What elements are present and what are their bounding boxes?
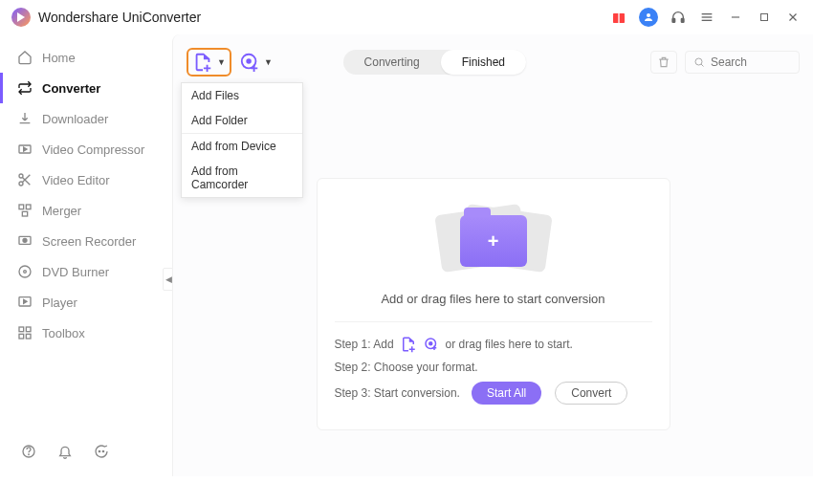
svg-point-33 <box>29 454 30 455</box>
compressor-icon <box>17 142 33 157</box>
svg-point-34 <box>99 450 99 451</box>
sidebar-item-label: Player <box>42 296 77 310</box>
sidebar-item-label: Screen Recorder <box>42 234 136 249</box>
svg-point-35 <box>102 450 103 451</box>
disc-icon <box>17 264 33 279</box>
maximize-button[interactable] <box>756 9 773 26</box>
sidebar-item-label: Toolbox <box>42 326 85 340</box>
svg-point-15 <box>19 174 23 178</box>
minimize-button[interactable] <box>727 9 744 26</box>
sidebar-item-recorder[interactable]: Screen Recorder <box>0 226 172 256</box>
converter-icon <box>17 80 33 96</box>
dropzone[interactable]: + Add or drag files here to start conver… <box>317 178 670 430</box>
content-area: ▼ ▼ Add Files Add Folder Add from Device… <box>172 34 813 476</box>
sidebar-item-label: Downloader <box>42 112 108 126</box>
sidebar-item-player[interactable]: Player <box>0 287 172 318</box>
tab-finished[interactable]: Finished <box>441 50 526 75</box>
step3-text: Step 3: Start conversion. <box>335 386 460 400</box>
svg-marker-27 <box>24 299 27 303</box>
sidebar-item-label: Converter <box>42 81 100 96</box>
download-icon <box>17 111 33 126</box>
sidebar-item-editor[interactable]: Video Editor <box>0 164 172 195</box>
svg-rect-31 <box>26 334 31 339</box>
user-avatar[interactable] <box>639 8 658 27</box>
menu-add-from-camcorder[interactable]: Add from Camcorder <box>182 159 302 197</box>
svg-point-25 <box>24 271 27 274</box>
sidebar-item-compressor[interactable]: Video Compressor <box>0 134 172 164</box>
segment-control: Converting Finished <box>343 50 526 75</box>
svg-point-24 <box>19 266 31 277</box>
menu-add-files[interactable]: Add Files <box>182 83 302 108</box>
menu-add-from-device[interactable]: Add from Device <box>182 133 302 159</box>
svg-point-38 <box>695 58 702 65</box>
titlebar: Wondershare UniConverter <box>0 0 813 34</box>
svg-rect-2 <box>618 13 619 23</box>
svg-rect-28 <box>19 327 24 332</box>
sidebar-item-label: Video Editor <box>42 173 110 187</box>
svg-rect-30 <box>19 334 24 339</box>
gift-icon[interactable] <box>610 9 627 26</box>
search-box[interactable] <box>685 51 800 74</box>
add-disc-icon <box>423 336 440 353</box>
chevron-down-icon: ▼ <box>217 57 226 67</box>
chevron-down-icon: ▼ <box>264 57 273 67</box>
folder-icon: + <box>460 215 527 267</box>
search-input[interactable] <box>711 55 787 69</box>
svg-point-41 <box>428 342 431 345</box>
svg-line-39 <box>701 64 704 67</box>
step2-text: Step 2: Choose your format. <box>335 361 478 374</box>
svg-rect-5 <box>681 18 684 22</box>
svg-marker-14 <box>24 147 27 151</box>
step1-suffix: or drag files here to start. <box>446 338 573 351</box>
svg-rect-20 <box>26 205 31 209</box>
sidebar-item-downloader[interactable]: Downloader <box>0 103 172 134</box>
convert-button[interactable]: Convert <box>555 382 627 405</box>
close-button[interactable] <box>784 9 802 26</box>
delete-button[interactable] <box>650 51 677 74</box>
help-icon[interactable] <box>21 444 36 463</box>
add-dvd-dropdown-button[interactable]: ▼ <box>239 52 273 73</box>
search-icon <box>693 56 705 68</box>
add-disc-icon <box>239 52 260 73</box>
svg-rect-10 <box>761 14 768 21</box>
add-dropdown-menu: Add Files Add Folder Add from Device Add… <box>181 82 303 198</box>
add-file-dropdown-button[interactable]: ▼ <box>187 48 231 77</box>
step1-prefix: Step 1: Add <box>335 338 394 351</box>
bell-icon[interactable] <box>57 444 73 463</box>
sidebar-item-dvd[interactable]: DVD Burner <box>0 256 172 287</box>
sidebar-item-label: DVD Burner <box>42 265 109 279</box>
steps: Step 1: Add or drag files here to start.… <box>335 336 652 405</box>
headset-icon[interactable] <box>670 9 687 26</box>
svg-point-3 <box>647 13 650 17</box>
feedback-icon[interactable] <box>94 444 109 463</box>
dropzone-illustration: + <box>335 202 652 278</box>
svg-point-16 <box>19 182 23 186</box>
start-all-button[interactable]: Start All <box>472 382 541 405</box>
tab-converting[interactable]: Converting <box>343 50 441 75</box>
add-file-icon <box>192 52 213 73</box>
dropzone-text: Add or drag files here to start conversi… <box>335 292 652 322</box>
sidebar-item-merger[interactable]: Merger <box>0 195 172 226</box>
home-icon <box>17 50 33 65</box>
menu-icon[interactable] <box>698 9 715 26</box>
svg-point-23 <box>23 238 27 242</box>
add-file-icon <box>400 336 417 353</box>
sidebar-item-toolbox[interactable]: Toolbox <box>0 318 172 348</box>
sidebar: Home Converter Downloader Video Compress… <box>0 34 172 476</box>
sidebar-item-converter[interactable]: Converter <box>0 73 172 103</box>
svg-rect-4 <box>672 18 675 22</box>
sidebar-item-label: Home <box>42 51 76 65</box>
svg-point-37 <box>247 59 251 63</box>
sidebar-item-label: Merger <box>42 204 81 218</box>
menu-add-folder[interactable]: Add Folder <box>182 108 302 133</box>
app-logo <box>11 8 31 27</box>
sidebar-item-home[interactable]: Home <box>0 42 172 73</box>
recorder-icon <box>17 233 33 249</box>
play-icon <box>17 295 33 310</box>
svg-rect-19 <box>19 205 24 209</box>
scissors-icon <box>17 172 33 187</box>
toolbar: ▼ ▼ Add Files Add Folder Add from Device… <box>187 42 800 82</box>
merger-icon <box>17 203 33 218</box>
svg-rect-29 <box>26 327 31 332</box>
svg-rect-21 <box>22 211 27 216</box>
